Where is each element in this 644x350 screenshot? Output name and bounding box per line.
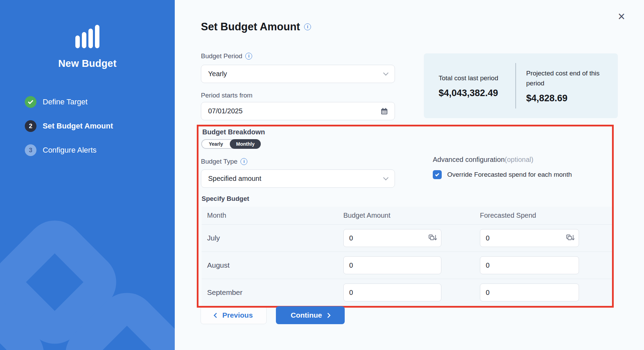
budget-period-select[interactable]: Yearly [201, 65, 395, 83]
chevron-down-icon [383, 70, 389, 76]
previous-button[interactable]: Previous [201, 306, 267, 324]
step-define-target[interactable]: Define Target [25, 96, 113, 108]
table-header-row: Month Budget Amount Forecasted Spend [202, 207, 612, 225]
wizard-title: New Budget [0, 58, 175, 69]
budget-breakdown-label: Budget Breakdown [202, 128, 265, 136]
projected-cost-value: $4,828.69 [526, 93, 612, 104]
override-forecast-row: Override Forecasted spend for each month [433, 170, 572, 179]
column-header-forecasted-spend: Forecasted Spend [480, 212, 612, 219]
continue-button[interactable]: Continue [276, 306, 345, 324]
info-icon[interactable]: i [245, 53, 252, 60]
override-forecast-checkbox[interactable] [433, 170, 442, 179]
total-cost-value: $4,043,382.49 [439, 88, 505, 99]
period-start-input[interactable]: 07/01/2025 [201, 102, 395, 120]
check-icon [435, 172, 439, 176]
close-icon[interactable]: × [618, 10, 625, 23]
chevron-down-icon [383, 175, 389, 181]
table-row-july: July [202, 225, 612, 252]
column-header-budget-amount: Budget Amount [343, 212, 480, 219]
step-number-badge: 2 [25, 120, 36, 132]
column-header-month: Month [202, 212, 343, 219]
step-configure-alerts[interactable]: 3 Configure Alerts [25, 144, 113, 156]
specify-budget-label: Specify Budget [202, 195, 249, 203]
budget-breakdown-toggle: Yearly Monthly [201, 139, 261, 149]
budget-amount-input-september[interactable] [343, 284, 441, 301]
budget-type-select[interactable]: Specified amount [201, 169, 395, 188]
set-budget-panel: × Set Budget Amount i Budget Period i Ye… [175, 0, 644, 350]
override-forecast-label: Override Forecasted spend for each month [447, 171, 572, 178]
info-icon[interactable]: i [240, 158, 247, 165]
chevron-left-icon [214, 312, 219, 318]
budget-period-label: Budget Period i [201, 52, 252, 60]
total-cost-last-period: Total cost last period $4,043,382.49 [439, 73, 505, 99]
forecasted-spend-input-july[interactable] [480, 229, 579, 247]
table-row-august: August [202, 252, 612, 279]
bar-chart-icon [0, 25, 175, 48]
budget-type-label: Budget Type i [201, 158, 247, 165]
copy-down-icon[interactable] [428, 234, 437, 242]
calendar-icon[interactable] [380, 107, 388, 115]
info-icon[interactable]: i [304, 23, 311, 30]
budget-amount-input-august[interactable] [343, 256, 441, 274]
forecasted-spend-input-august[interactable] [480, 256, 579, 274]
table-row-september: September [202, 279, 612, 306]
toggle-option-monthly[interactable]: Monthly [230, 139, 261, 149]
chevron-right-icon [325, 312, 331, 318]
copy-down-icon[interactable] [566, 234, 575, 242]
page-title: Set Budget Amount i [201, 21, 311, 33]
divider [515, 63, 516, 109]
specify-budget-table: Month Budget Amount Forecasted Spend Jul… [202, 207, 612, 306]
step-number-badge: 3 [25, 144, 36, 156]
wizard-steps: Define Target 2 Set Budget Amount 3 Conf… [25, 96, 113, 168]
step-set-budget-amount[interactable]: 2 Set Budget Amount [25, 120, 113, 132]
month-label: August [202, 261, 343, 269]
advanced-configuration-title: Advanced configuration(optional) [433, 156, 533, 164]
toggle-option-yearly[interactable]: Yearly [202, 141, 230, 147]
budget-amount-input-july[interactable] [343, 229, 441, 247]
step-complete-check-icon [25, 96, 36, 108]
month-label: July [202, 234, 343, 242]
period-start-label: Period starts from [201, 92, 253, 99]
month-label: September [202, 288, 343, 297]
projected-cost-end-period: Projected cost end of this period $4,828… [526, 68, 612, 104]
forecasted-spend-input-september[interactable] [480, 284, 579, 301]
wizard-sidebar: New Budget Define Target 2 Set Budget Am… [0, 0, 175, 350]
cost-summary-panel: Total cost last period $4,043,382.49 Pro… [424, 53, 618, 118]
